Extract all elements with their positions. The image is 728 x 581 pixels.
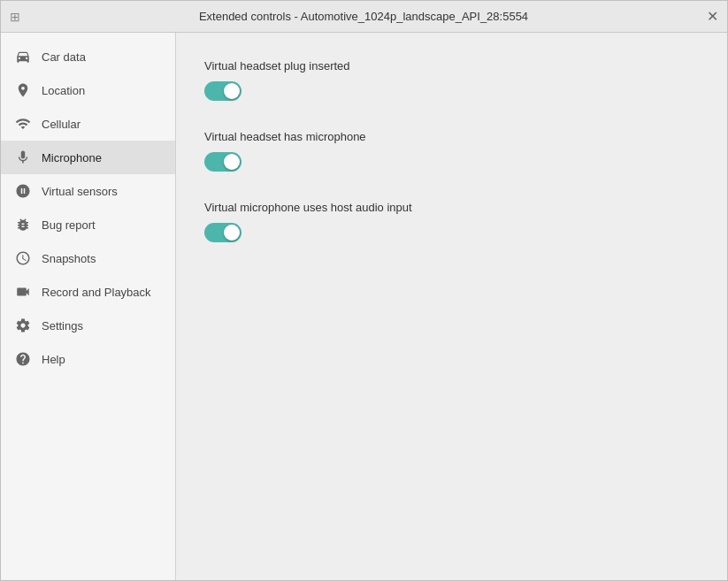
virtual-sensors-icon	[15, 183, 31, 199]
sidebar-item-snapshots[interactable]: Snapshots	[1, 241, 175, 275]
control-row-microphone-host: Virtual microphone uses host audio input	[204, 201, 699, 245]
control-label-microphone-host: Virtual microphone uses host audio input	[204, 201, 699, 214]
snapshots-icon	[15, 250, 31, 266]
sidebar-item-help[interactable]: Help	[1, 342, 175, 376]
sidebar-label-virtual-sensors: Virtual sensors	[42, 185, 118, 198]
location-icon	[15, 82, 31, 98]
sidebar-item-cellular[interactable]: Cellular	[1, 107, 175, 141]
window-title: Extended controls - Automotive_1024p_lan…	[20, 10, 707, 23]
toggle-container-headset-microphone	[204, 152, 241, 172]
body: Car data Location Cellular	[1, 33, 727, 580]
sidebar-item-bug-report[interactable]: Bug report	[1, 208, 175, 241]
title-bar: ⊞ Extended controls - Automotive_1024p_l…	[1, 1, 727, 33]
record-icon	[15, 284, 31, 300]
control-row-headset-microphone: Virtual headset has microphone	[204, 130, 699, 174]
sidebar-item-car-data[interactable]: Car data	[1, 40, 175, 73]
car-icon	[15, 49, 31, 65]
sidebar-item-virtual-sensors[interactable]: Virtual sensors	[1, 174, 175, 208]
sidebar-label-car-data: Car data	[42, 50, 86, 64]
sidebar-label-cellular: Cellular	[42, 118, 80, 131]
sidebar-label-snapshots: Snapshots	[42, 252, 96, 265]
pin-icon[interactable]: ⊞	[10, 10, 20, 24]
control-label-headset-plug: Virtual headset plug inserted	[204, 59, 699, 73]
sidebar-label-help: Help	[42, 353, 65, 366]
sidebar-item-record-playback[interactable]: Record and Playback	[1, 275, 175, 309]
cellular-icon	[15, 116, 31, 132]
sidebar: Car data Location Cellular	[1, 33, 176, 580]
sidebar-label-microphone: Microphone	[42, 151, 102, 164]
control-label-headset-microphone: Virtual headset has microphone	[204, 130, 699, 143]
settings-icon	[15, 317, 31, 333]
main-content: Virtual headset plug inserted Virtual he…	[176, 33, 727, 580]
toggle-container-microphone-host	[204, 223, 241, 242]
close-button[interactable]: ✕	[707, 8, 718, 25]
sidebar-label-record-playback: Record and Playback	[42, 286, 151, 299]
toggle-container-headset-plug	[204, 81, 241, 101]
toggle-microphone-host[interactable]	[204, 223, 241, 242]
title-bar-left: ⊞	[10, 10, 20, 24]
sidebar-label-location: Location	[42, 84, 85, 97]
main-window: ⊞ Extended controls - Automotive_1024p_l…	[0, 0, 728, 581]
microphone-icon	[15, 149, 31, 165]
toggle-headset-plug[interactable]	[204, 81, 241, 101]
control-row-headset-plug: Virtual headset plug inserted	[204, 59, 699, 103]
sidebar-item-location[interactable]: Location	[1, 73, 175, 107]
sidebar-item-settings[interactable]: Settings	[1, 309, 175, 342]
sidebar-label-bug-report: Bug report	[42, 218, 96, 232]
toggle-headset-microphone[interactable]	[204, 152, 241, 172]
bug-report-icon	[15, 217, 31, 233]
sidebar-item-microphone[interactable]: Microphone	[1, 141, 175, 174]
sidebar-label-settings: Settings	[42, 319, 83, 333]
help-icon	[15, 351, 31, 367]
